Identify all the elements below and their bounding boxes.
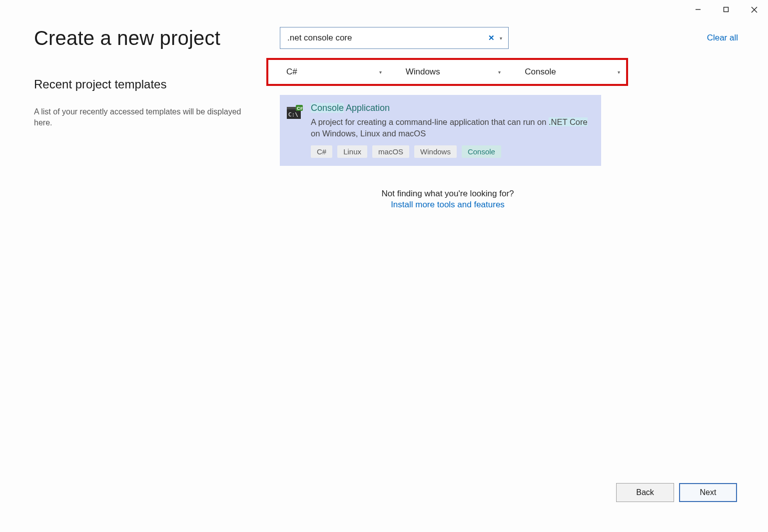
filters-row: C# ▾ Windows ▾ Console ▾ [266, 58, 628, 86]
project-type-filter-label: Console [525, 67, 556, 77]
clear-search-icon[interactable]: ✕ [486, 31, 497, 44]
install-more-link[interactable]: Install more tools and features [280, 200, 616, 210]
clear-all-link[interactable]: Clear all [707, 33, 738, 43]
left-pane: Create a new project Recent project temp… [0, 27, 280, 532]
template-title: Console Application [311, 103, 592, 113]
tag-console: Console [462, 145, 501, 158]
template-desc-highlight: .NET Core [549, 117, 588, 126]
tag-linux: Linux [337, 145, 367, 158]
svg-text:C:\: C:\ [288, 111, 298, 118]
tag-macos: macOS [372, 145, 409, 158]
maximize-button[interactable] [712, 0, 740, 19]
footer-buttons: Back Next [616, 483, 737, 502]
page-title: Create a new project [34, 27, 260, 49]
chevron-down-icon: ▾ [618, 69, 620, 75]
platform-filter[interactable]: Windows ▾ [388, 60, 507, 84]
template-card-console-application[interactable]: C:\ C# Console Application A project for… [280, 95, 601, 166]
search-input[interactable] [287, 33, 486, 43]
template-title-highlight: Console [311, 103, 344, 113]
chevron-down-icon: ▾ [379, 69, 382, 75]
back-button[interactable]: Back [616, 483, 674, 502]
language-filter[interactable]: C# ▾ [268, 60, 388, 84]
minimize-button[interactable] [684, 0, 712, 19]
svg-rect-1 [724, 7, 729, 12]
project-type-filter[interactable]: Console ▾ [507, 60, 626, 84]
svg-text:C#: C# [297, 106, 303, 111]
template-description: A project for creating a command-line ap… [311, 116, 592, 139]
language-filter-label: C# [286, 67, 297, 77]
platform-filter-label: Windows [406, 67, 440, 77]
console-csharp-icon: C:\ C# [287, 105, 303, 121]
chevron-down-icon: ▾ [498, 69, 501, 75]
recent-templates-heading: Recent project templates [34, 77, 260, 91]
template-tags: C# Linux macOS Windows Console [311, 145, 592, 158]
right-pane: ✕ ▾ Clear all C# ▾ Windows ▾ Console ▾ [280, 27, 768, 532]
window-controls [684, 0, 768, 19]
tag-csharp: C# [311, 145, 332, 158]
not-finding-section: Not finding what you're looking for? Ins… [280, 189, 616, 210]
tag-windows: Windows [414, 145, 457, 158]
next-button[interactable]: Next [679, 483, 737, 502]
recent-templates-description: A list of your recently accessed templat… [34, 106, 260, 128]
search-box[interactable]: ✕ ▾ [280, 27, 509, 49]
search-dropdown-icon[interactable]: ▾ [497, 33, 503, 43]
close-button[interactable] [740, 0, 768, 19]
not-finding-text: Not finding what you're looking for? [280, 189, 616, 199]
